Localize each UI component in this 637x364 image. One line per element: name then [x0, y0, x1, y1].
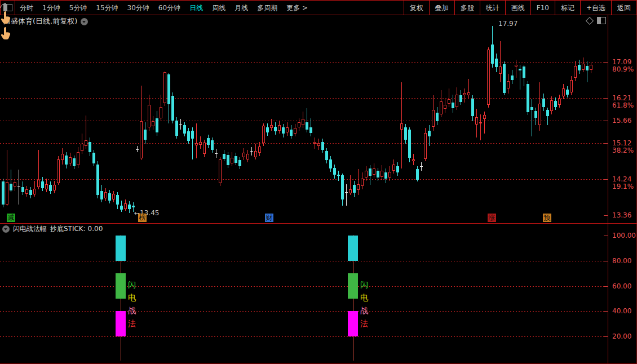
candle: [238, 160, 241, 166]
candle: [353, 185, 356, 193]
candle: [100, 191, 103, 199]
candle: [530, 107, 533, 110]
signal-text-电: 电: [127, 294, 136, 302]
indicator-scale-label: 20.00: [612, 333, 637, 340]
news-badge-财[interactable]: 财: [265, 214, 273, 222]
candle: [132, 206, 135, 207]
candle: [152, 121, 154, 126]
candle: [2, 181, 5, 205]
axis-tick: [604, 236, 608, 236]
candle: [65, 156, 68, 165]
candle: [562, 88, 565, 96]
candle: [203, 143, 206, 154]
candle: [487, 50, 490, 105]
candle: [381, 171, 383, 177]
candle: [471, 99, 474, 116]
candle: [262, 126, 265, 143]
candle: [388, 172, 391, 177]
candle: [37, 180, 40, 187]
indicator-gridline: [0, 261, 608, 261]
candle-wick: [532, 99, 532, 136]
indicator-gridline: [0, 311, 608, 312]
candle: [57, 159, 60, 183]
candle: [231, 158, 233, 163]
candle: [570, 80, 573, 92]
candle-wick: [465, 88, 465, 103]
candle: [21, 187, 24, 192]
candle: [578, 65, 581, 70]
news-badge-涨[interactable]: 涨: [488, 214, 496, 222]
candle: [140, 121, 143, 158]
candle: [116, 195, 119, 205]
candle: [396, 166, 399, 172]
candle: [96, 165, 99, 195]
candle: [590, 65, 592, 70]
candle: [175, 121, 178, 136]
candle: [317, 143, 320, 146]
candle: [73, 158, 76, 166]
candle: [302, 119, 304, 125]
candle: [357, 184, 360, 190]
signal-text-法: 法: [360, 319, 369, 328]
candle: [235, 156, 237, 163]
candle: [274, 127, 277, 131]
candle: [306, 122, 308, 130]
candle: [215, 153, 218, 154]
candle: [128, 205, 131, 209]
candle: [6, 182, 8, 205]
annotation-hook: [0, 0, 637, 11]
candle: [349, 189, 352, 193]
right-border-line: [636, 15, 636, 364]
candle: [519, 69, 521, 70]
candle: [384, 172, 387, 179]
candle: [313, 142, 316, 144]
candle: [250, 151, 253, 152]
candle: [392, 165, 395, 171]
signal-text-法: 法: [127, 319, 136, 328]
price-gridline: [0, 62, 608, 63]
candle: [195, 143, 198, 145]
signal-text-战: 战: [360, 307, 369, 315]
candle: [428, 131, 431, 136]
signal-band: [116, 236, 126, 261]
candle: [270, 125, 273, 128]
indicator-scale-label: 80.00: [612, 258, 637, 264]
candle: [361, 179, 364, 186]
candle: [258, 147, 261, 153]
axis-tick: [604, 121, 608, 121]
candle: [499, 66, 502, 74]
candle: [534, 111, 537, 118]
candle: [309, 127, 312, 133]
hand-icon: [0, 11, 637, 26]
axis-tick: [604, 286, 608, 287]
candle: [92, 153, 95, 163]
candle: [124, 203, 127, 209]
candle: [440, 101, 443, 114]
candle: [491, 45, 494, 64]
candle: [369, 168, 371, 176]
candle: [120, 206, 123, 210]
news-badge-减[interactable]: 减: [7, 214, 15, 222]
indicator-gridline: [0, 336, 608, 337]
candle: [17, 186, 20, 187]
candle: [444, 105, 446, 109]
candle: [341, 175, 344, 199]
price-gridline: [0, 98, 608, 99]
axis-tick: [604, 143, 608, 144]
fib-percent-label: 19.1%: [612, 183, 637, 190]
price-label: 15.66: [612, 117, 637, 124]
trading-app-window: 分时1分钟5分钟15分钟30分钟60分钟日线周线月线多周期更多 > 复权叠加多股…: [0, 0, 637, 364]
indicator-dropdown-icon[interactable]: [2, 225, 10, 233]
news-badge-榜[interactable]: 榜: [138, 214, 147, 222]
indicator-scale-label: 60.00: [612, 283, 637, 290]
price-label: 16.21: [612, 95, 637, 101]
candle: [582, 64, 585, 70]
candle: [495, 59, 498, 67]
candle-wick: [338, 171, 339, 181]
candle: [156, 118, 158, 132]
axis-tick: [604, 336, 608, 337]
candle: [479, 122, 482, 123]
candle: [104, 192, 107, 198]
candle: [377, 171, 379, 177]
news-badge-预[interactable]: 预: [543, 214, 551, 222]
